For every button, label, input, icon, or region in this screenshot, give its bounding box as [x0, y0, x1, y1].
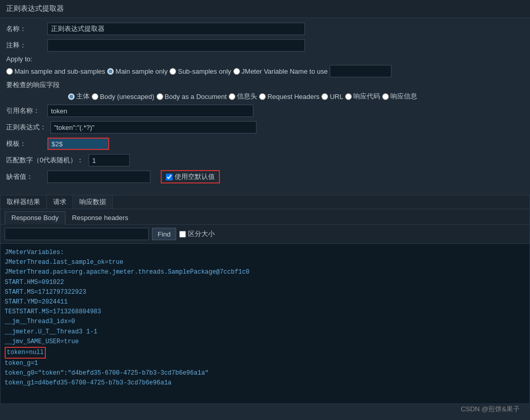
- radio-main-only[interactable]: Main sample only: [107, 68, 167, 75]
- radio-label-url: URL: [330, 93, 343, 100]
- search-input[interactable]: [5, 228, 149, 240]
- response-field-label: 要检查的响应字段: [6, 80, 524, 90]
- tab-response-headers[interactable]: Response headers: [65, 211, 135, 224]
- radio-label-sub-only: Sub-samples only: [178, 68, 231, 75]
- template-label: 模板：: [6, 139, 47, 148]
- radio-label-req-headers: Request Headers: [267, 93, 319, 100]
- regex-label: 正则表达式：: [6, 123, 50, 132]
- apply-to-section: Apply to: Main sample and sub-samples Ma…: [6, 55, 524, 77]
- top-tab-bar: 取样器结果 请求 响应数据: [1, 195, 529, 209]
- form-area: 名称： 注释： Apply to: Main sample and sub-sa…: [0, 18, 530, 191]
- match-no-row: 匹配数字（0代表随机）：: [6, 154, 524, 167]
- name-row: 名称：: [6, 22, 524, 36]
- content-line-3: START.HMS=091022: [5, 278, 525, 288]
- radio-label-body-unescaped: Body (unescaped): [100, 93, 155, 100]
- radio-jmeter-var[interactable]: JMeter Variable Name to use: [233, 68, 328, 75]
- inner-tab-bar: Response Body Response headers: [1, 209, 529, 225]
- content-line-7: __jm__Thread3_idx=0: [5, 317, 525, 327]
- apply-to-label: Apply to:: [6, 55, 524, 63]
- ref-name-label: 引用名称：: [6, 106, 47, 115]
- radio-input-body-unescaped[interactable]: [92, 93, 98, 100]
- radio-input-main-only[interactable]: [107, 68, 114, 75]
- comment-label: 注释：: [6, 41, 47, 50]
- radio-input-body-doc[interactable]: [157, 93, 163, 100]
- default-input[interactable]: [47, 171, 150, 183]
- radio-input-sub-only[interactable]: [169, 68, 176, 75]
- radio-body-unescaped[interactable]: Body (unescaped): [92, 93, 155, 100]
- radio-info-head[interactable]: 信息头: [229, 92, 257, 101]
- tab-response-body[interactable]: Response Body: [5, 211, 65, 225]
- radio-label-info-head: 信息头: [237, 92, 257, 101]
- match-no-input[interactable]: [89, 154, 130, 166]
- radio-input-body[interactable]: [68, 93, 75, 100]
- name-label: 名称：: [6, 24, 47, 33]
- response-field-section: 要检查的响应字段 主体 Body (unescaped) Body as a D…: [6, 80, 524, 101]
- default-row: 缺省值： 使用空默认值: [6, 170, 524, 183]
- content-line-4: START.MS=1712797322923: [5, 288, 525, 297]
- content-line-1: JMeterThread.last_sample_ok=true: [5, 258, 525, 267]
- case-sensitive-area: 区分大小: [179, 229, 215, 239]
- radio-input-resp-code[interactable]: [345, 93, 352, 100]
- title-bar: 正则表达式提取器: [0, 0, 530, 18]
- tab-sampler-result[interactable]: 取样器结果: [1, 195, 47, 209]
- radio-label-jmeter-var: JMeter Variable Name to use: [242, 68, 328, 75]
- name-input[interactable]: [47, 23, 305, 35]
- search-bar: Find 区分大小: [1, 225, 529, 244]
- match-no-label: 匹配数字（0代表随机）：: [6, 156, 89, 165]
- radio-sub-only[interactable]: Sub-samples only: [169, 68, 231, 75]
- content-area: JMeterVariables: JMeterThread.last_sampl…: [1, 244, 529, 404]
- content-line-10: token=null: [5, 347, 525, 359]
- default-label: 缺省值：: [6, 172, 47, 181]
- regex-input[interactable]: [50, 121, 257, 133]
- radio-input-resp-msg[interactable]: [382, 93, 389, 100]
- content-line-5: START.YMD=2024411: [5, 297, 525, 307]
- content-line-6: TESTSTART.MS=1713268804983: [5, 307, 525, 317]
- tab-response-data[interactable]: 响应数据: [73, 195, 113, 209]
- radio-input-info-head[interactable]: [229, 93, 235, 100]
- radio-label-main-sub: Main sample and sub-samples: [14, 68, 105, 75]
- radio-resp-msg[interactable]: 响应信息: [382, 92, 417, 101]
- page-title: 正则表达式提取器: [6, 4, 524, 13]
- radio-req-headers[interactable]: Request Headers: [259, 93, 319, 100]
- ref-name-input[interactable]: [47, 105, 253, 117]
- case-sensitive-label: 区分大小: [188, 229, 215, 239]
- radio-label-body-doc: Body as a Document: [165, 93, 227, 100]
- radio-input-main-sub[interactable]: [6, 68, 13, 75]
- use-empty-container: 使用空默认值: [161, 170, 220, 183]
- radio-input-url[interactable]: [321, 93, 328, 100]
- template-row: 模板：: [6, 137, 524, 150]
- apply-to-radio-group: Main sample and sub-samples Main sample …: [6, 65, 524, 77]
- radio-input-jmeter-var[interactable]: [233, 68, 240, 75]
- content-line-12: token_g0="token":"d4befd35-6700-4725-b7b…: [5, 368, 525, 378]
- radio-url[interactable]: URL: [321, 93, 343, 100]
- content-line-2: JMeterThread.pack=org.apache.jmeter.thre…: [5, 267, 525, 277]
- content-line-13: token_g1=d4befd35-6700-4725-b7b3-3cd7b6e…: [5, 378, 525, 388]
- case-sensitive-checkbox[interactable]: [179, 231, 186, 238]
- comment-row: 注释：: [6, 39, 524, 52]
- template-input[interactable]: [47, 138, 109, 150]
- content-line-0: JMeterVariables:: [5, 248, 525, 258]
- use-empty-label: 使用空默认值: [175, 172, 215, 181]
- ref-name-row: 引用名称：: [6, 104, 524, 117]
- radio-input-req-headers[interactable]: [259, 93, 266, 100]
- token-null-highlight: token=null: [5, 347, 46, 359]
- use-empty-checkbox[interactable]: [166, 174, 173, 180]
- content-line-9: __jmv_SAME_USER=true: [5, 337, 525, 347]
- radio-label-body: 主体: [76, 92, 90, 101]
- jmeter-var-input[interactable]: [330, 65, 391, 77]
- regex-row: 正则表达式：: [6, 121, 524, 134]
- radio-body[interactable]: 主体: [68, 92, 90, 101]
- watermark: CSDN @煎饼&果子: [461, 405, 520, 414]
- radio-label-resp-code: 响应代码: [353, 92, 380, 101]
- bottom-tabs-container: 取样器结果 请求 响应数据 Response Body Response hea…: [0, 195, 530, 404]
- content-line-8: __jmeter.U_T__Thread3 1-1: [5, 327, 525, 337]
- radio-resp-code[interactable]: 响应代码: [345, 92, 380, 101]
- radio-main-and-sub[interactable]: Main sample and sub-samples: [6, 68, 105, 75]
- radio-body-document[interactable]: Body as a Document: [157, 93, 227, 100]
- tab-request[interactable]: 请求: [47, 195, 73, 209]
- content-line-11: token_g=1: [5, 359, 525, 368]
- find-button[interactable]: Find: [152, 228, 176, 240]
- response-radio-group: 主体 Body (unescaped) Body as a Document 信…: [6, 92, 524, 101]
- comment-input[interactable]: [47, 39, 305, 52]
- radio-label-resp-msg: 响应信息: [390, 92, 417, 101]
